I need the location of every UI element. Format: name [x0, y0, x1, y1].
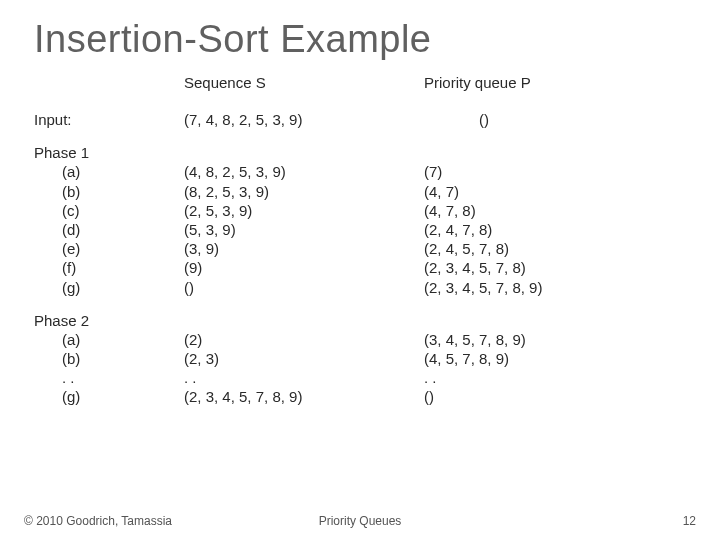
pq-value: (2, 3, 4, 5, 7, 8, 9) — [404, 278, 624, 297]
step-tag: . . — [34, 368, 184, 387]
pq-value: (4, 5, 7, 8, 9) — [404, 349, 624, 368]
slide-title: Insertion-Sort Example — [34, 18, 686, 61]
sequence-value: (2, 3, 4, 5, 7, 8, 9) — [184, 387, 404, 406]
footer: © 2010 Goodrich, Tamassia Priority Queue… — [24, 514, 696, 528]
sequence-value: (9) — [184, 258, 404, 277]
pq-value: (3, 4, 5, 7, 8, 9) — [404, 330, 624, 349]
pq-value: (2, 4, 5, 7, 8) — [404, 239, 624, 258]
sequence-value: () — [184, 278, 404, 297]
pq-value: () — [404, 387, 624, 406]
sequence-value: (5, 3, 9) — [184, 220, 404, 239]
input-label: Input: — [34, 110, 184, 129]
step-tag: (c) — [34, 201, 184, 220]
step-tag: (b) — [34, 182, 184, 201]
sequence-value: (4, 8, 2, 5, 3, 9) — [184, 162, 404, 181]
sequence-value: . . — [184, 368, 404, 387]
pq-value: (4, 7, 8) — [404, 201, 624, 220]
pq-value: (2, 3, 4, 5, 7, 8) — [404, 258, 624, 277]
step-tag: (b) — [34, 349, 184, 368]
sequence-initial: (7, 4, 8, 2, 5, 3, 9) — [184, 110, 404, 129]
col-steps: Input: Phase 1 (a) (b) (c) (d) (e) (f) (… — [34, 73, 184, 407]
sequence-value: (8, 2, 5, 3, 9) — [184, 182, 404, 201]
footer-page: 12 — [683, 514, 696, 528]
pq-value: (2, 4, 7, 8) — [404, 220, 624, 239]
content-grid: Input: Phase 1 (a) (b) (c) (d) (e) (f) (… — [34, 73, 686, 407]
step-tag: (g) — [34, 278, 184, 297]
sequence-value: (2) — [184, 330, 404, 349]
pq-header: Priority queue P — [404, 73, 624, 92]
sequence-header: Sequence S — [184, 73, 404, 92]
sequence-value: (2, 5, 3, 9) — [184, 201, 404, 220]
step-tag: (g) — [34, 387, 184, 406]
sequence-value: (3, 9) — [184, 239, 404, 258]
step-tag: (f) — [34, 258, 184, 277]
step-tag: (e) — [34, 239, 184, 258]
pq-value: (4, 7) — [404, 182, 624, 201]
sequence-value: (2, 3) — [184, 349, 404, 368]
phase2-label: Phase 2 — [34, 311, 184, 330]
pq-initial: () — [404, 110, 624, 129]
pq-value: (7) — [404, 162, 624, 181]
phase1-label: Phase 1 — [34, 143, 184, 162]
step-tag: (a) — [34, 162, 184, 181]
col-priority-queue: Priority queue P () (7) (4, 7) (4, 7, 8)… — [404, 73, 624, 407]
slide: Insertion-Sort Example Input: Phase 1 (a… — [0, 0, 720, 540]
footer-copyright: © 2010 Goodrich, Tamassia — [24, 514, 172, 528]
col-sequence: Sequence S (7, 4, 8, 2, 5, 3, 9) (4, 8, … — [184, 73, 404, 407]
step-tag: (d) — [34, 220, 184, 239]
step-tag: (a) — [34, 330, 184, 349]
pq-value: . . — [404, 368, 624, 387]
